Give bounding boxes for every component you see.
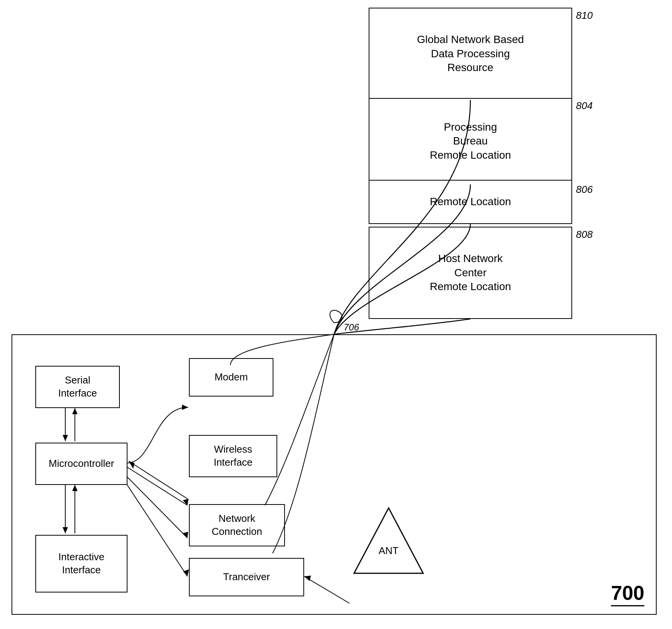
box-serial-interface: SerialInterface <box>35 366 120 408</box>
svg-text:ANT: ANT <box>379 545 399 556</box>
box-remote-location-label: Remote Location <box>430 195 511 209</box>
box-microcontroller: Microcontroller <box>35 443 127 485</box>
label-700: 700 <box>611 581 644 606</box>
label-700-text: 700 <box>611 582 644 604</box>
box-micro-label: Microcontroller <box>49 457 114 470</box>
box-host-network-label: Host NetworkCenterRemote Location <box>430 252 511 294</box>
ref-808: 808 <box>576 229 593 241</box>
box-tranceiver: Tranceiver <box>189 558 304 596</box>
box-interactive-label: InteractiveInterface <box>58 551 104 577</box>
ref-804: 804 <box>576 100 593 112</box>
box-network-connection: NetworkConnection <box>189 504 285 546</box>
ref-810: 810 <box>576 10 593 22</box>
box-main-system: SerialInterface 724 Microcontroller 702 … <box>12 334 657 615</box>
box-network-label: NetworkConnection <box>212 512 262 538</box>
box-host-network: Host NetworkCenterRemote Location <box>369 227 572 319</box>
diagram-container: Global Network BasedData ProcessingResou… <box>0 0 672 629</box>
ant-triangle-svg: ANT <box>350 504 427 581</box>
box-global-network-label: Global Network BasedData ProcessingResou… <box>417 33 524 75</box>
box-tranceiver-label: Tranceiver <box>223 571 270 584</box>
box-modem-label: Modem <box>215 371 248 384</box>
box-processing-bureau-label: ProcessingBureauRemote Location <box>430 120 511 162</box>
box-processing-bureau: ProcessingBureauRemote Location <box>369 98 572 184</box>
box-remote-location: Remote Location <box>369 180 572 224</box>
box-interactive-interface: InteractiveInterface <box>35 535 127 592</box>
ref-806: 806 <box>576 184 593 196</box>
box-modem: Modem <box>189 358 273 397</box>
box-serial-label: SerialInterface <box>58 374 97 400</box>
box-wireless-interface: WirelessInterface <box>189 435 277 477</box>
svg-text:706: 706 <box>344 322 359 332</box>
box-wireless-label: WirelessInterface <box>214 443 252 469</box>
box-global-network: Global Network BasedData ProcessingResou… <box>369 8 572 100</box>
svg-marker-0 <box>354 508 423 573</box>
